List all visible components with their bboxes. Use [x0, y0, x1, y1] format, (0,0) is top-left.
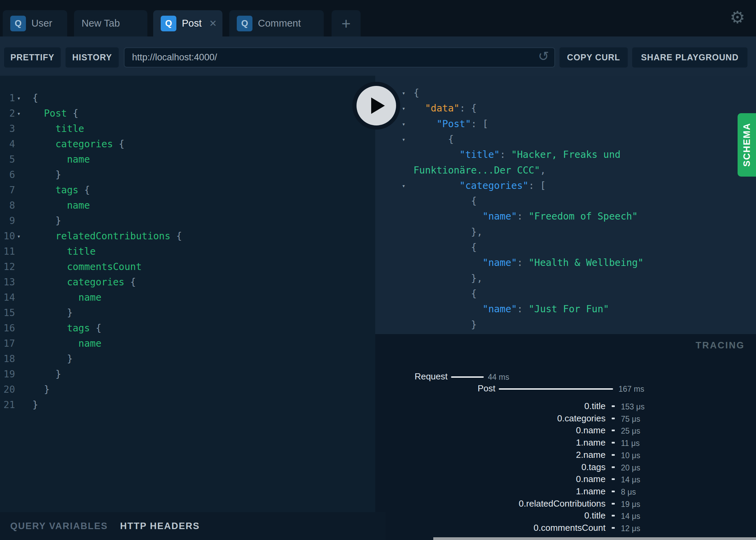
response-line: }	[375, 317, 756, 332]
query-code: name	[32, 336, 101, 351]
tracing-resolver-value: 153 μs	[621, 402, 645, 412]
tracing-resolver-label: 1.name	[576, 437, 606, 448]
query-line-2[interactable]: 2▾ Post {	[0, 106, 375, 121]
tab-new-tab[interactable]: New Tab	[74, 10, 147, 36]
response-line: ▾ "categories": [	[375, 178, 756, 193]
query-line-17[interactable]: 17 name	[0, 336, 375, 351]
query-line-12[interactable]: 12 commentsCount	[0, 259, 375, 274]
query-line-5[interactable]: 5 name	[0, 152, 375, 167]
tab-user[interactable]: QUser	[3, 10, 67, 36]
response-line: "name": "Just For Fun"	[375, 301, 756, 317]
fold-arrow-icon[interactable]: ▾	[402, 178, 405, 194]
tab-comment[interactable]: QComment	[229, 10, 324, 36]
settings-gear-icon[interactable]: ⚙	[730, 9, 745, 26]
fold-arrow-icon[interactable]: ▾	[402, 132, 405, 147]
query-badge-icon: Q	[237, 16, 252, 31]
line-number: 14	[0, 290, 15, 305]
response-code: "Post": [	[413, 116, 488, 132]
response-code: "name": "Health & Wellbeing"	[413, 255, 643, 270]
new-tab-button[interactable]: +	[332, 10, 361, 36]
query-code: title	[32, 121, 84, 136]
tracing-dash	[612, 491, 615, 492]
endpoint-url-input[interactable]	[125, 52, 524, 63]
http-headers-toggle[interactable]: HTTP HEADERS	[120, 521, 200, 531]
schema-side-tab[interactable]: SCHEMA	[738, 113, 756, 177]
response-line: ▾ "data": {	[375, 101, 756, 116]
fold-arrow-icon[interactable]: ▾	[402, 117, 405, 132]
tab-label: User	[31, 18, 52, 29]
line-number: 13	[0, 274, 15, 290]
response-line: ▾ {	[375, 132, 756, 147]
copy-curl-button[interactable]: COPY CURL	[559, 47, 628, 68]
query-code: title	[32, 244, 96, 259]
fold-arrow-icon[interactable]: ▾	[402, 101, 405, 116]
response-viewer: ▾{▾ "data": {▾ "Post": [▾ { "title": "Ha…	[375, 76, 756, 334]
query-variables-toggle[interactable]: QUERY VARIABLES	[10, 521, 108, 531]
tracing-resolver-value: 25 μs	[621, 426, 640, 436]
query-code: }	[32, 397, 38, 412]
query-line-3[interactable]: 3 title	[0, 121, 375, 136]
query-line-16[interactable]: 16 tags {	[0, 320, 375, 336]
query-line-13[interactable]: 13 categories {	[0, 274, 375, 290]
query-line-15[interactable]: 15 }	[0, 305, 375, 320]
graphql-playground-window: QUserNew TabQPost✕QComment + ⚙ PRETTIFY …	[0, 0, 756, 540]
query-line-11[interactable]: 11 title	[0, 244, 375, 259]
line-number: 5	[0, 152, 15, 167]
query-line-7[interactable]: 7 tags {	[0, 182, 375, 198]
fold-arrow-icon[interactable]: ▾	[402, 86, 405, 101]
query-line-18[interactable]: 18 }	[0, 351, 375, 366]
schema-tab-label: SCHEMA	[742, 123, 752, 167]
fold-arrow-icon[interactable]: ▾	[17, 229, 20, 244]
query-line-4[interactable]: 4 categories {	[0, 136, 375, 152]
tracing-resolver-value: 19 μs	[621, 499, 640, 509]
response-code: }	[413, 317, 477, 332]
query-code: relatedContributions {	[32, 228, 182, 244]
tracing-resolver-value: 12 μs	[621, 523, 640, 534]
tracing-resolver-value: 20 μs	[621, 463, 640, 473]
query-code: }	[32, 167, 61, 182]
tracing-resolver-value: 11 μs	[621, 438, 640, 448]
line-number: 10	[0, 228, 15, 244]
tracing-dash	[612, 503, 615, 505]
response-code: Funktionäre...Der CCC",	[413, 163, 546, 178]
tracing-resolver-label: 0.categories	[557, 413, 606, 423]
editor-bottom-bar: QUERY VARIABLES HTTP HEADERS	[0, 512, 386, 540]
horizontal-scrollbar[interactable]	[433, 537, 756, 540]
response-code: {	[413, 286, 477, 301]
query-line-9[interactable]: 9 }	[0, 213, 375, 228]
prettify-button[interactable]: PRETTIFY	[4, 47, 61, 68]
response-line: "name": "Health & Wellbeing"	[375, 255, 756, 270]
history-button[interactable]: HISTORY	[66, 47, 119, 68]
query-line-8[interactable]: 8 name	[0, 198, 375, 213]
tracing-resolver-value: 14 μs	[621, 511, 640, 521]
tracing-span-value: 167 ms	[619, 384, 644, 394]
query-editor[interactable]: 1▾{2▾ Post {3 title4 categories {5 name6…	[0, 76, 375, 512]
fold-arrow-icon[interactable]: ▾	[17, 91, 20, 106]
query-line-1[interactable]: 1▾{	[0, 90, 375, 106]
close-tab-icon[interactable]: ✕	[209, 18, 217, 29]
query-line-10[interactable]: 10▾ relatedContributions {	[0, 228, 375, 244]
play-icon	[357, 86, 396, 125]
tab-post[interactable]: QPost✕	[153, 10, 222, 36]
query-line-20[interactable]: 20 }	[0, 382, 375, 397]
endpoint-url-field[interactable]: ↺	[124, 47, 555, 68]
execute-query-button[interactable]	[352, 82, 400, 130]
fold-arrow-icon[interactable]: ▾	[17, 106, 20, 121]
query-line-19[interactable]: 19 }	[0, 366, 375, 382]
tracing-resolver-label: 0.relatedContributions	[519, 498, 606, 509]
query-code: }	[32, 382, 50, 397]
reload-schema-icon[interactable]: ↺	[538, 49, 549, 64]
query-code: {	[32, 90, 38, 106]
query-code: }	[32, 305, 73, 320]
tracing-resolver-label: 0.title	[584, 510, 606, 521]
tracing-dash	[612, 478, 615, 480]
line-number: 19	[0, 366, 15, 382]
tracing-dash	[612, 430, 615, 431]
share-playground-button[interactable]: SHARE PLAYGROUND	[632, 47, 747, 68]
line-number: 16	[0, 320, 15, 336]
query-line-6[interactable]: 6 }	[0, 167, 375, 182]
tracing-resolver-value: 10 μs	[621, 450, 640, 461]
query-line-14[interactable]: 14 name	[0, 290, 375, 305]
query-line-21[interactable]: 21}	[0, 397, 375, 412]
tracing-header[interactable]: TRACING	[696, 340, 745, 351]
